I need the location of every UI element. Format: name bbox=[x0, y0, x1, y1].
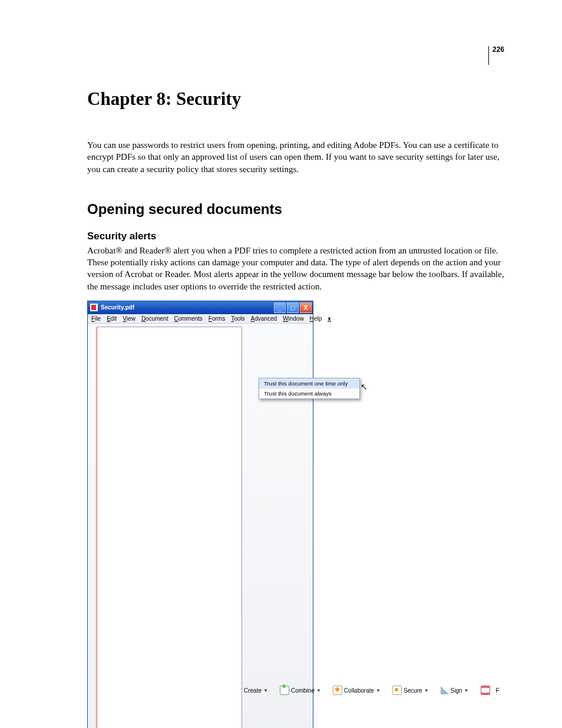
menu-tools[interactable]: Tools bbox=[231, 315, 244, 322]
secure-button[interactable]: Secure▼ bbox=[389, 684, 432, 696]
options-popup: Trust this document one time only Trust … bbox=[259, 378, 360, 399]
trust-once-item[interactable]: Trust this document one time only bbox=[259, 378, 359, 388]
window-title: Security.pdf bbox=[101, 304, 134, 311]
intro-paragraph: You can use passwords to restrict users … bbox=[87, 139, 504, 175]
combine-icon bbox=[280, 686, 289, 695]
lock-icon bbox=[392, 686, 402, 695]
section-title: Opening secured documents bbox=[87, 201, 504, 218]
window-titlebar[interactable]: Security.pdf _ □ X bbox=[88, 301, 313, 314]
menu-edit[interactable]: Edit bbox=[107, 315, 117, 322]
menu-document[interactable]: Document bbox=[141, 315, 168, 322]
combine-button[interactable]: Combine▼ bbox=[276, 684, 325, 696]
form-icon bbox=[481, 686, 490, 695]
page-icon bbox=[96, 327, 242, 728]
pdf-icon bbox=[90, 304, 98, 311]
cursor-icon: ↖ bbox=[361, 382, 368, 391]
maximize-button[interactable]: □ bbox=[287, 302, 299, 313]
para-security-alerts-1: Acrobat® and Reader® alert you when a PD… bbox=[87, 245, 504, 292]
subsection-title: Security alerts bbox=[87, 230, 504, 242]
sign-button[interactable]: Sign▼ bbox=[437, 685, 472, 696]
collaborate-icon bbox=[333, 686, 342, 695]
collaborate-button[interactable]: Collaborate▼ bbox=[329, 684, 384, 696]
figure-alert-with-overrides: Security.pdf _ □ X File Edit View Docume… bbox=[87, 301, 313, 728]
menu-window[interactable]: Window bbox=[283, 315, 304, 322]
menu-file[interactable]: File bbox=[91, 315, 101, 322]
menu-help[interactable]: Help bbox=[310, 315, 322, 322]
minimize-button[interactable]: _ bbox=[274, 302, 286, 313]
page-number: 226 bbox=[488, 46, 504, 65]
chapter-title: Chapter 8: Security bbox=[87, 88, 504, 110]
menu-bar: File Edit View Document Comments Forms T… bbox=[88, 314, 313, 324]
forms-button[interactable] bbox=[477, 684, 494, 696]
trust-always-item[interactable]: Trust this document always bbox=[259, 388, 359, 398]
menu-forms[interactable]: Forms bbox=[209, 315, 225, 322]
menu-advanced[interactable]: Advanced bbox=[251, 315, 277, 322]
menu-comments[interactable]: Comments bbox=[174, 315, 202, 322]
pen-icon bbox=[441, 686, 449, 694]
close-button[interactable]: X bbox=[300, 302, 312, 313]
create-button[interactable]: Create▼ bbox=[92, 325, 272, 728]
menu-view[interactable]: View bbox=[123, 315, 135, 322]
doc-close-button[interactable]: x bbox=[328, 315, 331, 322]
